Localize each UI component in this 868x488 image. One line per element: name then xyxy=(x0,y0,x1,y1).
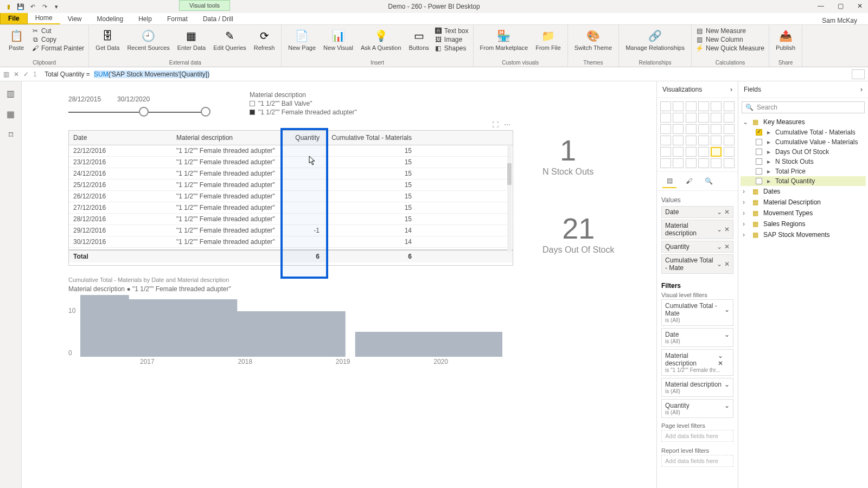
viz-type-button[interactable] xyxy=(698,124,709,134)
data-view-button[interactable]: ▦ xyxy=(5,108,16,119)
table-row[interactable]: 27/12/2016"1 1/2"" Female threaded adupt… xyxy=(69,202,513,214)
report-filters-drop[interactable]: Add data fields here xyxy=(661,455,733,467)
format-painter-button[interactable]: 🖌Format Painter xyxy=(31,44,84,52)
remove-field-icon[interactable]: ✕ xyxy=(724,208,730,216)
publish-button[interactable]: 📤Publish xyxy=(774,27,797,52)
tab-data-drill[interactable]: Data / Drill xyxy=(195,14,241,24)
table-row[interactable]: 26/12/2016"1 1/2"" Female threaded adupt… xyxy=(69,191,513,202)
card-days-out[interactable]: 21 Days Out Of Stock xyxy=(542,211,614,255)
field-well[interactable]: Quantity⌄✕ xyxy=(661,241,733,253)
filter-card[interactable]: Material description⌄is (All) xyxy=(661,378,733,397)
area-chart[interactable]: Cumulative Total - Materials by Date and… xyxy=(68,277,513,365)
viz-type-button[interactable] xyxy=(673,101,684,111)
viz-type-button[interactable] xyxy=(660,113,671,123)
filter-card[interactable]: Date⌄is (All) xyxy=(661,328,733,347)
focus-mode-icon[interactable]: ⛶ xyxy=(492,121,499,129)
format-tab-icon[interactable]: 🖌 xyxy=(682,174,696,188)
new-quick-measure-button[interactable]: ⚡New Quick Measure xyxy=(696,44,764,52)
formula-expand-icon[interactable] xyxy=(852,69,865,79)
viz-type-button[interactable] xyxy=(724,158,735,168)
tab-modeling[interactable]: Modeling xyxy=(89,14,131,24)
viz-type-button[interactable] xyxy=(698,101,709,111)
filter-card[interactable]: Quantity⌄is (All) xyxy=(661,399,733,418)
field-well[interactable]: Date⌄✕ xyxy=(661,206,733,218)
viz-type-button[interactable] xyxy=(673,136,684,145)
field-checkbox[interactable] xyxy=(756,178,762,184)
manage-relationships-button[interactable]: 🔗Manage Relationships xyxy=(623,27,687,52)
table-visual[interactable]: ⛶⋯ Date Material description Quantity Cu… xyxy=(68,130,513,266)
table-row[interactable]: 28/12/2016"1 1/2"" Female threaded adupt… xyxy=(69,214,513,225)
chevron-down-icon[interactable]: ⌄ xyxy=(724,306,730,313)
chevron-down-icon[interactable]: ⌄ xyxy=(718,352,723,359)
field-checkbox[interactable] xyxy=(756,129,762,136)
filter-card[interactable]: Cumulative Total - Mate⌄is (All) xyxy=(661,299,733,326)
table-scrollbar[interactable] xyxy=(507,146,512,252)
viz-type-button[interactable] xyxy=(711,113,722,123)
field-checkbox[interactable] xyxy=(756,158,762,165)
tab-view[interactable]: View xyxy=(60,14,90,24)
model-view-button[interactable]: ⌑ xyxy=(5,129,16,140)
get-data-button[interactable]: 🗄Get Data xyxy=(93,27,122,52)
table-header[interactable]: ⌄▦Key Measures xyxy=(741,117,866,127)
viz-type-button[interactable] xyxy=(698,158,709,168)
remove-filter-icon[interactable]: ✕ xyxy=(718,359,723,367)
field-item[interactable]: ▸N Stock Outs xyxy=(741,157,866,166)
signin-name[interactable]: Sam McKay xyxy=(822,17,857,24)
buttons-button[interactable]: ▭Buttons xyxy=(407,27,431,52)
table-row[interactable]: 24/12/2016"1 1/2"" Female threaded adupt… xyxy=(69,168,513,179)
edit-queries-button[interactable]: ✎Edit Queries xyxy=(211,27,248,52)
slicer-handle-left[interactable] xyxy=(139,107,149,117)
tab-help[interactable]: Help xyxy=(131,14,159,24)
more-options-icon[interactable]: ⋯ xyxy=(504,121,510,129)
enter-data-button[interactable]: ▦Enter Data xyxy=(175,27,208,52)
new-measure-button[interactable]: ▤New Measure xyxy=(696,27,764,35)
table-header[interactable]: ›▦Sales Regions xyxy=(741,219,866,229)
field-item[interactable]: ▸Total Price xyxy=(741,166,866,176)
from-file-button[interactable]: 📁From File xyxy=(533,27,563,52)
image-button[interactable]: 🖼Image xyxy=(435,36,469,43)
formula-bar[interactable]: ▥ ✕✓ 1 Total Quantity = SUM('SAP Stock M… xyxy=(0,67,868,81)
commit-formula-icon[interactable]: ✓ xyxy=(23,70,29,78)
viz-type-button[interactable] xyxy=(711,147,722,157)
chevron-down-icon[interactable]: ⌄ xyxy=(717,243,722,251)
viz-type-button[interactable] xyxy=(724,101,735,111)
cancel-formula-icon[interactable]: ✕ xyxy=(14,70,19,78)
chevron-down-icon[interactable]: ⌄ xyxy=(717,260,722,268)
viz-type-button[interactable] xyxy=(724,124,735,134)
chevron-down-icon[interactable]: ⌄ xyxy=(717,208,722,216)
slicer-handle-right[interactable] xyxy=(201,107,210,117)
marketplace-button[interactable]: 🏪From Marketplace xyxy=(478,27,531,52)
copy-button[interactable]: ⧉Copy xyxy=(31,36,84,43)
viz-type-button[interactable] xyxy=(686,101,697,111)
col-header-quantity[interactable]: Quantity xyxy=(280,131,324,145)
table-header[interactable]: ›▦SAP Stock Movements xyxy=(741,229,866,240)
chevron-down-icon[interactable]: ⌄ xyxy=(724,381,730,388)
fields-tab-icon[interactable]: ▤ xyxy=(662,174,676,188)
table-row[interactable]: 29/12/2016"1 1/2"" Female threaded adupt… xyxy=(69,225,513,236)
table-header[interactable]: ›▦Material Description xyxy=(741,197,866,208)
viz-type-button[interactable] xyxy=(686,158,697,168)
viz-type-button[interactable] xyxy=(724,147,735,157)
viz-type-button[interactable] xyxy=(673,147,684,157)
table-row[interactable]: 25/12/2016"1 1/2"" Female threaded adupt… xyxy=(69,179,513,191)
tab-format[interactable]: Format xyxy=(159,14,195,24)
viz-type-button[interactable] xyxy=(673,124,684,134)
report-canvas[interactable]: 28/12/201530/12/2020 Material descriptio… xyxy=(22,81,656,488)
viz-type-button[interactable] xyxy=(698,136,709,145)
analytics-tab-icon[interactable]: 🔍 xyxy=(701,174,716,188)
formula-text[interactable]: 1 Total Quantity = SUM('SAP Stock Moveme… xyxy=(33,70,209,78)
table-header[interactable]: ›▦Dates xyxy=(741,186,866,197)
field-checkbox[interactable] xyxy=(756,149,762,155)
collapse-pane-icon[interactable]: › xyxy=(730,86,732,93)
viz-type-button[interactable] xyxy=(711,158,722,168)
viz-type-button[interactable] xyxy=(698,147,709,157)
col-header-date[interactable]: Date xyxy=(69,131,172,145)
field-item[interactable]: ▸Cumulative Total - Materials xyxy=(741,127,866,137)
field-item[interactable]: ▸Total Quantity xyxy=(741,176,866,186)
remove-field-icon[interactable]: ✕ xyxy=(724,226,730,233)
qat-more-icon[interactable]: ▾ xyxy=(52,2,61,11)
card-n-stock-outs[interactable]: 1 N Stock Outs xyxy=(542,133,593,177)
viz-type-button[interactable] xyxy=(673,113,684,123)
table-row[interactable]: 22/12/2016"1 1/2"" Female threaded adupt… xyxy=(69,145,513,157)
date-slicer[interactable]: 28/12/201530/12/2020 xyxy=(68,95,205,113)
